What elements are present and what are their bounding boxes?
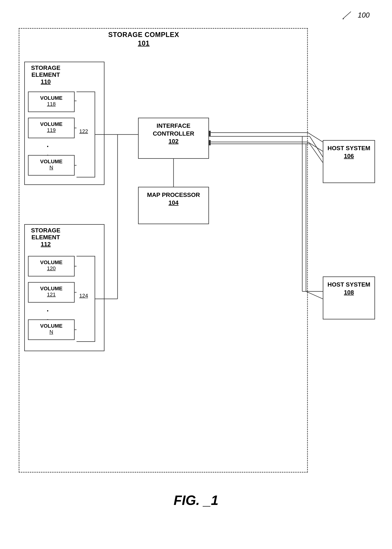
storage-complex-label: STORAGE COMPLEX 101 <box>108 31 179 47</box>
svg-line-14 <box>310 144 323 163</box>
bracket-124-label: 124 <box>78 292 89 299</box>
svg-line-18 <box>306 291 323 299</box>
interface-controller-box: INTERFACE CONTROLLER 102 <box>138 118 209 159</box>
svg-line-8 <box>308 142 323 151</box>
volume-118-box: VOLUME 118 <box>28 92 75 112</box>
host-system-106-box: HOST SYSTEM 106 <box>323 140 375 183</box>
page: 100 STORAGE COMPLEX 101 STORAGE ELEMENT … <box>0 0 392 549</box>
volume-n-bottom-box: VOLUME N <box>28 319 75 340</box>
host-system-108-box: HOST SYSTEM 108 <box>323 276 375 319</box>
storage-element-110-label: STORAGE ELEMENT 110 <box>27 65 64 85</box>
figure-label: FIG. _1 <box>174 493 218 508</box>
volume-121-box: VOLUME 121 <box>28 282 75 303</box>
bracket-122-label: 122 <box>78 128 89 135</box>
storage-element-112-label: STORAGE ELEMENT 112 <box>27 227 64 248</box>
ref-100-arrow <box>339 10 354 22</box>
volume-120-box: VOLUME 120 <box>28 256 75 276</box>
volume-n-top-box: VOLUME N <box>28 155 75 176</box>
svg-line-7 <box>308 133 323 142</box>
diagram-ref-100: 100 <box>358 11 370 19</box>
volume-119-box: VOLUME 119 <box>28 118 75 138</box>
svg-line-13 <box>310 136 323 157</box>
map-processor-box: MAP PROCESSOR 104 <box>138 187 209 224</box>
svg-marker-1 <box>343 17 344 19</box>
